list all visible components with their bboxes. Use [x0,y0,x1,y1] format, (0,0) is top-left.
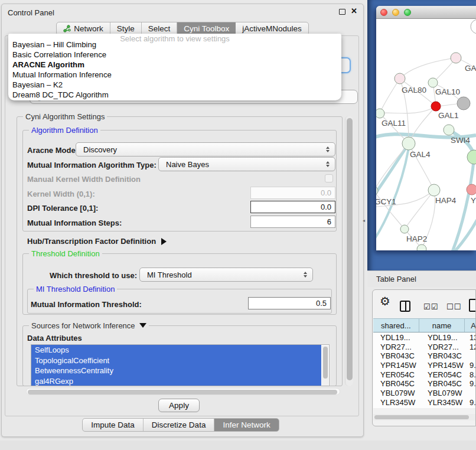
tab-discretize-data[interactable]: Discretize Data [144,419,215,431]
attribute-item-selected[interactable]: SelfLoops [31,345,321,356]
column-header-cut[interactable]: A [465,319,476,332]
node-gal80[interactable] [395,73,405,84]
tab-cyni-toolbox[interactable]: Cyni Toolbox [177,22,236,35]
node-gal10[interactable] [428,78,438,87]
mi-threshold-field[interactable]: 0.5 [248,297,331,309]
mi-threshold-label: Mutual Information Threshold: [31,300,142,309]
node-swi4[interactable] [444,125,454,135]
node-gray[interactable] [457,97,470,110]
edge [405,190,434,229]
node-label: GCY1 [376,197,396,206]
algorithm-combo-button-fragment[interactable] [340,57,351,73]
kernel-width-field[interactable]: 0.0 [250,187,335,199]
combo-spinner-icon [323,146,332,152]
node-cut[interactable] [471,19,476,34]
tab-jactivemnodules[interactable]: jActiveMNodules [236,22,308,35]
tab-style[interactable]: Style [110,22,142,35]
node-gal-top[interactable] [451,53,461,63]
column-header-shared-name[interactable]: shared... [373,319,419,332]
hub-definition-header[interactable]: Hub/Transcription Factor Definition [27,236,167,246]
network-window-titlebar[interactable] [376,6,476,19]
mi-type-label: Mutual Information Algorithm Type: [27,161,157,169]
table-row[interactable]: YBR045CYBR045C9. [373,379,476,389]
attribute-item-selected[interactable]: gal4RGexp [31,376,321,387]
node-gal11[interactable] [376,109,384,118]
node-gal4[interactable] [402,137,415,150]
select-all-icon[interactable]: ☑☑ [423,302,438,311]
tab-label: Network [74,24,103,33]
kernel-width-label: Kernel Width (0,1): [27,190,95,198]
tab-select[interactable]: Select [142,22,178,35]
node-label: GAL1 [438,111,459,120]
table-body: YDL19...YDL19...13 YDR27...YDR27...12 YB… [373,333,476,408]
table-header-row: shared... name A [373,318,476,332]
table-row[interactable]: YDL19...YDL19...13 [373,333,476,343]
table-panel-titlebar: Table Panel [367,270,476,287]
node-bottom-cut[interactable] [417,244,426,250]
algorithm-option[interactable]: Mutual Information Inference [11,70,339,80]
which-threshold-combo[interactable]: MI Threshold [139,268,313,282]
node-hap2[interactable] [400,225,409,233]
algorithm-option[interactable]: Bayesian – Hill Climbing [11,40,339,50]
table-row[interactable]: YDR27...YDR27...12 [373,343,476,352]
aracne-mode-combo[interactable]: Discovery [76,142,335,156]
dpi-tolerance-field[interactable]: 0.0 [250,201,335,213]
column-header-name[interactable]: name [419,319,465,332]
columns-icon[interactable] [400,301,410,312]
data-attributes-list[interactable]: SelfLoops TopologicalCoefficient Between… [31,344,330,386]
zoom-traffic-light[interactable] [404,9,411,16]
algorithm-option[interactable]: Bayesian – K2 [11,80,339,90]
table-row[interactable]: YPR145WYPR145W9. [373,361,476,370]
table-row[interactable]: YIL053CYIL053C9. [373,407,476,409]
node-salmon[interactable] [467,184,476,195]
node-hap4[interactable] [428,184,440,196]
network-view-window[interactable]: GAL GAL80 GAL10 GAL1 GAL11 SWI4 GAL4 GCY… [376,6,476,250]
mi-steps-field[interactable]: 6 [250,216,335,228]
attribute-item-selected[interactable]: TopologicalCoefficient [31,356,321,366]
dpi-tolerance-label: DPI Tolerance [0,1]: [27,204,98,213]
settings-group-title: Cyni Algorithm Settings [23,112,107,121]
attribute-item-selected[interactable]: BetweennessCentrality [31,366,321,376]
deselect-all-icon[interactable]: ☐☐ [446,302,461,311]
table-horizontal-scrollbar[interactable] [373,414,476,420]
split-pane-handle[interactable]: ◂ [363,218,366,223]
table-panel-title: Table Panel [376,275,416,283]
algorithm-option-selected[interactable]: ARACNE Algorithm [11,60,339,70]
network-icon [63,25,71,32]
node-label: HAP2 [406,234,427,243]
node-gal1[interactable] [431,102,441,111]
function-builder-icon[interactable] [469,299,476,312]
node-gcy1[interactable] [376,186,378,195]
close-traffic-light[interactable] [380,9,387,16]
gear-icon[interactable]: ⚙ [380,295,390,307]
tab-impute-data[interactable]: Impute Data [83,419,144,431]
apply-button[interactable]: Apply [158,399,200,412]
node-label: Y [471,196,476,205]
tab-infer-network[interactable]: Infer Network [214,419,278,431]
node-label: GAL11 [382,119,406,128]
algorithm-option[interactable]: Basic Correlation Inference [11,50,339,60]
settings-vertical-scrollbar[interactable] [345,116,353,386]
table-row[interactable]: YLR345WYLR345W9. [373,398,476,407]
tab-network[interactable]: Network [57,22,110,35]
node-label: GAL [465,64,476,73]
mi-steps-label: Mutual Information Steps: [27,219,122,227]
data-attributes-label: Data Attributes [27,334,82,343]
manual-kernel-checkbox[interactable] [325,174,333,182]
minimize-traffic-light[interactable] [392,9,399,16]
close-icon[interactable]: ✕ [351,6,357,15]
table-row[interactable]: YER054CYER054C8. [373,370,476,380]
sources-group-header[interactable]: Sources for Network Inference [29,321,149,330]
algorithm-definition-title: Algorithm Definition [29,126,100,135]
settings-horizontal-scrollbar[interactable] [26,388,340,395]
table-row[interactable]: YBL079WYBL079W [373,389,476,398]
float-window-icon[interactable] [339,9,345,15]
list-vertical-scrollbar[interactable] [322,345,328,386]
status-strip [0,441,476,450]
table-row[interactable]: YBR043CYBR043C [373,351,476,361]
mi-type-combo[interactable]: Naive Bayes [158,157,335,171]
node-bright-green[interactable] [467,150,476,164]
node-label: HAP4 [435,196,457,205]
algorithm-option[interactable]: Dream8 DC_TDC Algorithm [11,90,339,100]
network-canvas[interactable]: GAL GAL80 GAL10 GAL1 GAL11 SWI4 GAL4 GCY… [376,19,476,250]
